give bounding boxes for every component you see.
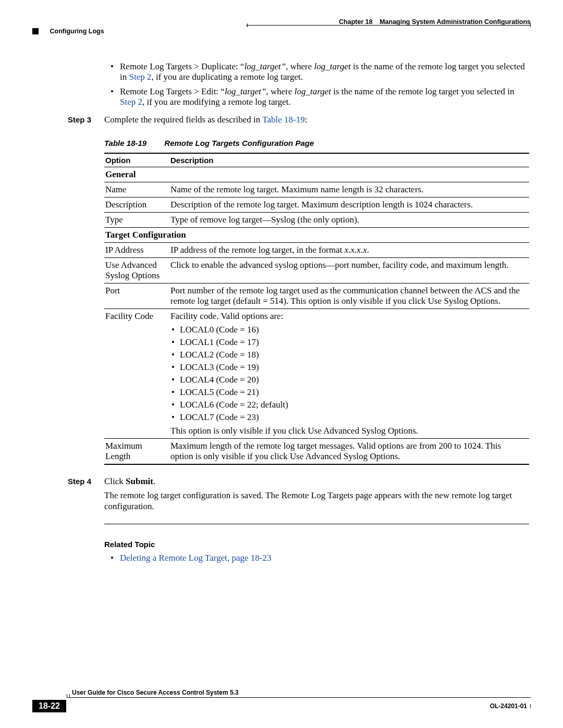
step-3: Step 3 Complete the required fields as d… bbox=[68, 115, 529, 125]
list-item: LOCAL1 (Code = 17) bbox=[180, 337, 525, 348]
step2-link[interactable]: Step 2 bbox=[129, 72, 151, 82]
chapter-label: Chapter 18 bbox=[339, 18, 373, 26]
table-row: TypeType of remove log target—Syslog (th… bbox=[104, 213, 529, 228]
list-item: LOCAL4 (Code = 20) bbox=[180, 375, 525, 385]
section-general: General bbox=[104, 167, 529, 182]
step-4: Step 4 Click Submit. The remote log targ… bbox=[68, 476, 529, 512]
table-row: DescriptionDescription of the remote log… bbox=[104, 198, 529, 213]
page-number: 18-22 bbox=[32, 700, 66, 712]
related-link[interactable]: Deleting a Remote Log Target, page 18-23 bbox=[120, 553, 271, 563]
table-row: Use Advanced Syslog OptionsClick to enab… bbox=[104, 258, 529, 283]
table-18-19-link[interactable]: Table 18-19 bbox=[262, 115, 304, 125]
list-item: LOCAL2 (Code = 18) bbox=[180, 350, 525, 360]
table-row: NameName of the remote log target. Maxim… bbox=[104, 182, 529, 198]
doc-number: OL-24201-01 bbox=[490, 702, 527, 710]
table-row: IP Address IP address of the remote log … bbox=[104, 243, 529, 258]
divider bbox=[104, 524, 529, 524]
table-row: Maximum LengthMaximum length of the remo… bbox=[104, 439, 529, 465]
section-title: Configuring Logs bbox=[50, 28, 104, 35]
list-item: LOCAL3 (Code = 19) bbox=[180, 362, 525, 373]
intro-bullets: Remote Log Targets > Duplicate: “log_tar… bbox=[68, 61, 529, 107]
list-item: Remote Log Targets > Duplicate: “log_tar… bbox=[120, 61, 529, 82]
square-icon bbox=[32, 28, 39, 34]
table-row: PortPort number of the remote log target… bbox=[104, 283, 529, 309]
footer-guide: User Guide for Cisco Secure Access Contr… bbox=[67, 689, 239, 696]
related-heading: Related Topic bbox=[104, 540, 529, 549]
config-table: Option Description General NameName of t… bbox=[104, 153, 529, 465]
th-option: Option bbox=[104, 153, 169, 167]
list-item: Remote Log Targets > Edit: “log_target”,… bbox=[120, 87, 529, 107]
page-footer: User Guide for Cisco Secure Access Contr… bbox=[32, 689, 531, 712]
list-item: LOCAL5 (Code = 21) bbox=[180, 387, 525, 398]
list-item: LOCAL6 (Code = 22; default) bbox=[180, 400, 525, 410]
th-description: Description bbox=[169, 153, 529, 167]
page-header: Chapter 18 Managing System Administratio… bbox=[32, 18, 531, 35]
chapter-title: Managing System Administration Configura… bbox=[380, 18, 531, 26]
table-caption: Table 18-19 Remote Log Targets Configura… bbox=[104, 139, 529, 147]
step-label: Step 3 bbox=[68, 115, 104, 125]
step2-link[interactable]: Step 2 bbox=[120, 97, 142, 107]
table-row: Facility Code Facility code. Valid optio… bbox=[104, 309, 529, 439]
section-target: Target Configuration bbox=[104, 228, 529, 243]
facility-list: LOCAL0 (Code = 16) LOCAL1 (Code = 17) LO… bbox=[170, 325, 525, 423]
step4-para: The remote log target configuration is s… bbox=[104, 490, 529, 512]
list-item: LOCAL7 (Code = 23) bbox=[180, 412, 525, 423]
list-item: LOCAL0 (Code = 16) bbox=[180, 325, 525, 335]
step-label: Step 4 bbox=[68, 476, 104, 512]
